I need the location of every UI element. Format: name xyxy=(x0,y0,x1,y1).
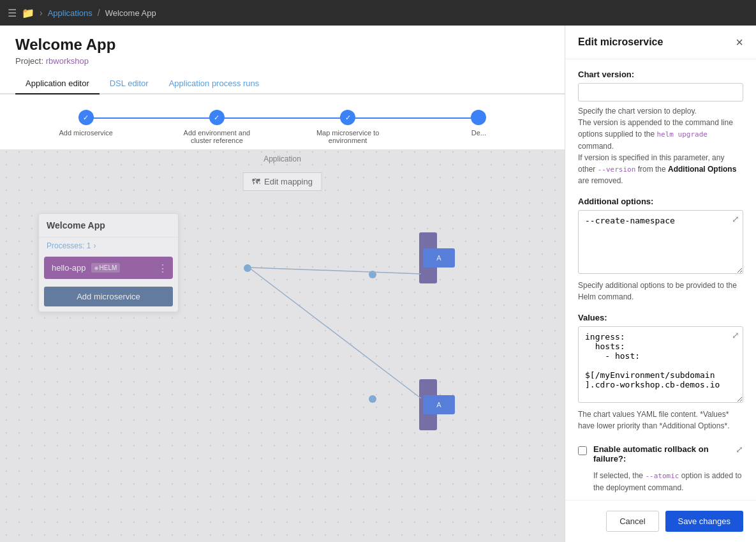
microservice-item[interactable]: hello-app ⎈ HELM ⋮ xyxy=(44,257,173,279)
breadcrumb-sep-2: / xyxy=(98,8,100,18)
edit-microservice-panel: Edit microservice × Chart version: Speci… xyxy=(565,26,756,542)
panel-header: Edit microservice × xyxy=(565,26,756,59)
step-4-label: De... xyxy=(471,129,486,137)
top-nav: ☰ 📁 › Applications / Welcome App xyxy=(0,0,756,26)
service-card-processes[interactable]: Processes: 1 › xyxy=(39,237,178,254)
rollback-group: Enable automatic rollback on failure?: ⤢… xyxy=(578,442,743,493)
canvas-area: Add microservice Add environment and clu… xyxy=(0,94,565,542)
step-2-circle xyxy=(209,110,225,125)
step-3-label: Map microservice to environment xyxy=(309,129,386,144)
project-link[interactable]: rbworkshop xyxy=(46,56,89,66)
more-options-icon[interactable]: ⋮ xyxy=(158,262,168,274)
folder-icon[interactable]: 📁 xyxy=(22,7,34,19)
tab-dsl-editor[interactable]: DSL editor xyxy=(100,73,159,94)
add-microservice-button[interactable]: Add microservice xyxy=(44,287,173,306)
microservice-name: hello-app xyxy=(52,263,86,273)
menu-icon[interactable]: ☰ xyxy=(8,7,17,19)
panel-title: Edit microservice xyxy=(578,36,663,48)
breadcrumb-sep-1: › xyxy=(40,8,43,18)
additional-options-wrapper: ⤢ xyxy=(578,210,743,276)
step-1-label: Add microservice xyxy=(59,129,112,137)
page-header: Welcome App Project: rbworkshop xyxy=(0,26,565,66)
tab-app-process-runs[interactable]: Application process runs xyxy=(159,73,270,94)
application-label: Application xyxy=(263,154,301,163)
step-2: Add environment and cluster reference xyxy=(151,110,282,144)
step-1-circle xyxy=(78,110,94,125)
values-label: Values: xyxy=(578,313,743,322)
edit-mapping-button[interactable]: 🗺 Edit mapping xyxy=(242,172,322,191)
helm-badge: ⎈ HELM xyxy=(91,263,121,273)
tabs-bar: Application editor DSL editor Applicatio… xyxy=(0,73,565,94)
values-desc: The chart values YAML file content. *Val… xyxy=(578,409,743,432)
service-card: Welcome App Processes: 1 › hello-app ⎈ H… xyxy=(38,213,179,312)
step-1: Add microservice xyxy=(20,110,151,137)
progress-steps: Add microservice Add environment and clu… xyxy=(0,94,565,149)
helm-upgrade-code: helm upgrade xyxy=(656,130,707,139)
chart-version-group: Chart version: Specify the chart version… xyxy=(578,70,743,186)
values-textarea[interactable] xyxy=(578,326,743,403)
values-group: Values: ⤢ The chart values YAML file con… xyxy=(578,313,743,432)
tab-app-editor[interactable]: Application editor xyxy=(15,73,100,94)
atomic-code: --atomic xyxy=(645,472,679,480)
main-layout: Welcome App Project: rbworkshop Applicat… xyxy=(0,26,756,542)
additional-options-group: Additional options: ⤢ Specify additional… xyxy=(578,197,743,303)
expand-icon-values[interactable]: ⤢ xyxy=(732,330,739,340)
step-2-label: Add environment and cluster reference xyxy=(179,129,255,144)
conn-dot-env-1 xyxy=(369,271,376,278)
chart-version-label: Chart version: xyxy=(578,70,743,79)
additional-options-label: Additional options: xyxy=(578,197,743,206)
panel-body: Chart version: Specify the chart version… xyxy=(565,59,756,500)
svg-line-1 xyxy=(249,267,421,398)
breadcrumb-current: Welcome App xyxy=(105,8,156,18)
panel-footer: Cancel Save changes xyxy=(565,500,756,542)
left-panel: Welcome App Project: rbworkshop Applicat… xyxy=(0,26,565,542)
expand-icon-rollback[interactable]: ⤢ xyxy=(736,444,743,455)
conn-dot-env-2 xyxy=(369,395,376,403)
rollback-checkbox[interactable] xyxy=(578,446,587,455)
chart-version-desc: Specify the chart version to deploy. The… xyxy=(578,105,743,186)
env-action-btn-1[interactable]: A xyxy=(423,248,455,267)
breadcrumb-applications[interactable]: Applications xyxy=(48,8,93,18)
rollback-label-group: Enable automatic rollback on failure?: xyxy=(593,444,729,463)
page-title: Welcome App xyxy=(15,36,549,54)
version-flag-code: --version xyxy=(598,165,636,174)
env-action-btn-2[interactable]: A xyxy=(423,395,455,414)
conn-dot-right xyxy=(244,264,251,272)
additional-options-desc: Specify additional options to be provide… xyxy=(578,280,743,303)
svg-line-0 xyxy=(249,267,421,274)
rollback-desc: If selected, the --atomic option is adde… xyxy=(578,470,743,493)
step-4-circle xyxy=(471,110,486,125)
values-wrapper: ⤢ xyxy=(578,326,743,405)
close-panel-button[interactable]: × xyxy=(736,36,743,49)
chart-version-input[interactable] xyxy=(578,83,743,102)
page-subtitle: Project: rbworkshop xyxy=(15,56,549,66)
additional-options-textarea[interactable] xyxy=(578,210,743,274)
canvas-overlay xyxy=(0,149,565,542)
service-card-title: Welcome App xyxy=(39,214,178,237)
rollback-title: Enable automatic rollback on failure?: xyxy=(593,444,729,463)
step-3-circle xyxy=(340,110,355,125)
helm-icon: ⎈ xyxy=(94,264,98,271)
save-changes-button[interactable]: Save changes xyxy=(665,511,743,532)
cancel-button[interactable]: Cancel xyxy=(606,511,658,532)
step-3: Map microservice to environment xyxy=(283,110,413,144)
additional-options-strong: Additional Options xyxy=(668,165,736,174)
step-4: De... xyxy=(413,110,544,137)
expand-icon-additional[interactable]: ⤢ xyxy=(732,214,739,224)
connection-lines xyxy=(0,149,565,542)
mapping-icon: 🗺 xyxy=(252,177,260,186)
